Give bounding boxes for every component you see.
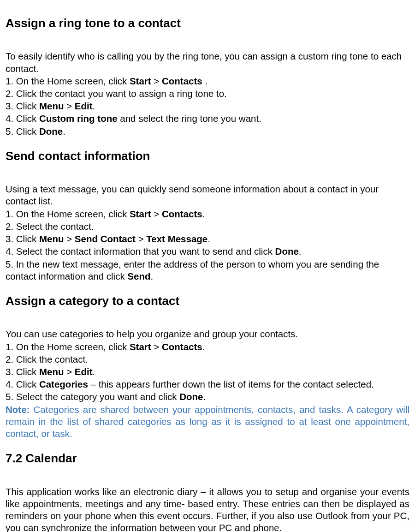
note-label: Note: — [6, 404, 30, 415]
section-body: This application works like an electroni… — [6, 486, 409, 532]
section-heading: Assign a ring tone to a contact — [6, 16, 409, 31]
step-2: 2. Select the contact. — [6, 221, 409, 233]
section-body: To easily identify who is calling you by… — [6, 50, 409, 137]
section-heading: Assign a category to a contact — [6, 293, 409, 309]
step-2: 2. Click the contact you want to assign … — [6, 88, 409, 100]
step-4: 4. Select the contact information that y… — [6, 245, 409, 257]
section-heading: Send contact information — [6, 149, 409, 164]
section-heading: 7.2 Calendar — [6, 451, 409, 466]
section-body: Using a text message, you can quickly se… — [6, 183, 409, 282]
step-4: 4. Click Categories – this appears furth… — [6, 378, 409, 390]
step-3: 3. Click Menu > Edit. — [6, 366, 409, 378]
step-5: 5. In the new text message, enter the ad… — [6, 258, 409, 282]
step-2: 2. Click the contact. — [6, 353, 409, 365]
step-1: 1. On the Home screen, click Start > Con… — [6, 208, 409, 220]
step-1: 1. On the Home screen, click Start > Con… — [6, 75, 409, 87]
step-3: 3. Click Menu > Edit. — [6, 100, 409, 112]
intro-text: To easily identify who is calling you by… — [6, 50, 409, 74]
intro-text: You can use categories to help you organ… — [6, 328, 409, 340]
intro-text: This application works like an electroni… — [6, 486, 409, 532]
section-body: You can use categories to help you organ… — [6, 328, 409, 440]
intro-text: Using a text message, you can quickly se… — [6, 183, 409, 207]
step-4: 4. Click Custom ring tone and select the… — [6, 113, 409, 125]
step-3: 3. Click Menu > Send Contact > Text Mess… — [6, 233, 409, 245]
step-5: 5. Select the category you want and clic… — [6, 391, 409, 403]
step-1: 1. On the Home screen, click Start > Con… — [6, 341, 409, 353]
step-5: 5. Click Done. — [6, 126, 409, 137]
note-text: Note: Categories are shared between your… — [6, 404, 409, 440]
